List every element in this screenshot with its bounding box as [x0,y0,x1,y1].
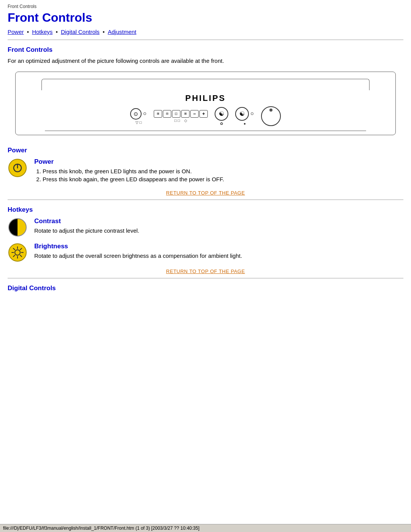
btn-2-icon: ⊟ [166,112,169,115]
brightness-knob-diagram: ☯ [235,107,249,121]
monitor-top-bezel [41,79,370,90]
power-step-2: Press this knob again, the green LED dis… [43,176,403,182]
power-return-link[interactable]: RETURN TO TOP OF THE PAGE [166,190,245,196]
nav-sep-1: • [27,29,30,35]
power-knob-diagram [261,106,281,126]
nav-sep-3: • [103,29,106,35]
monitor-controls-row: ⊙ ▽ □ ⊞ ⊟ ◫ ⊞ − + □ □ [130,106,281,126]
ctrl-group-brightness: ☯ ● [235,107,254,126]
power-icon-wrap [8,158,27,178]
monitor-diagram: PHILIPS ⊙ ▽ □ ⊞ ⊟ [15,72,396,135]
front-controls-intro: For an optimized adjustment of the pictu… [8,58,403,64]
brightness-svg [11,246,24,259]
brightness-item-title: Brightness [34,243,403,250]
monitor-diagram-wrap: PHILIPS ⊙ ▽ □ ⊞ ⊟ [15,72,396,135]
power-divider [8,200,403,200]
power-svg [12,163,23,173]
power-button-icon [8,159,27,177]
brightness-description: Rotate to adjust the overall screen brig… [34,252,403,259]
nav-hotkeys-link[interactable]: Hotkeys [32,29,53,35]
power-item-row: Power Press this knob, the green LED lig… [8,158,403,184]
nav-digital-link[interactable]: Digital Controls [61,29,100,35]
ctrl-dial-1-symbol: ⊙ [134,111,138,117]
btn-4: ⊞ [181,110,190,118]
top-divider [8,40,403,40]
ctrl-label-1: ▽ □ [135,120,142,125]
hotkeys-return-link[interactable]: RETURN TO TOP OF THE PAGE [166,268,245,274]
nav-adjustment-link[interactable]: Adjustment [108,29,136,35]
front-controls-title: Front Controls [8,46,403,54]
contrast-icon-wrap [8,217,27,237]
btn-1-icon: ⊞ [157,112,159,115]
power-item-content: Power Press this knob, the green LED lig… [34,158,403,184]
brightness-item-row: Brightness Rotate to adjust the overall … [8,243,403,262]
brightness-knob-symbol: ☯ [239,110,245,117]
contrast-item-title: Contrast [34,217,403,225]
nav-sep-2: • [56,29,59,35]
ctrl-group-1: ⊙ ▽ □ [130,108,147,125]
monitor-base-line [45,131,366,131]
btn-3-icon: ◫ [175,112,178,115]
svg-line-9 [20,248,22,250]
svg-line-8 [20,255,22,257]
brightness-icon-wrap [8,243,27,262]
contrast-button-icon [8,218,27,236]
brightness-item-content: Brightness Rotate to adjust the overall … [34,243,403,259]
svg-line-10 [13,255,15,257]
power-return-link-wrap: RETURN TO TOP OF THE PAGE [8,189,403,196]
svg-point-2 [15,250,20,255]
power-steps-list: Press this knob, the green LED lights an… [34,168,403,182]
contrast-item-row: Contrast Rotate to adjust the picture co… [8,217,403,237]
hotkeys-divider [8,278,403,278]
monitor-brand: PHILIPS [185,93,226,103]
btn-6: + [199,110,208,118]
btn-5: − [190,110,199,118]
small-dot-1 [143,112,146,115]
brightness-button-icon [8,243,27,262]
btn-1: ⊞ [154,110,162,118]
power-step-1: Press this knob, the green LED lights an… [43,168,403,174]
monitor-bottom [23,128,388,131]
ctrl-group-buttons: ⊞ ⊟ ◫ ⊞ − + □ □ ◇ [154,110,208,123]
browser-tab: Front Controls [8,4,403,9]
btn-group: ⊞ ⊟ ◫ ⊞ − + [154,110,208,118]
front-controls-section: Front Controls For an optimized adjustme… [8,46,403,135]
btn-4-icon: ⊞ [184,112,187,115]
power-section-title: Power [8,147,403,154]
ctrl-group-contrast: ☯ ✿ [215,107,228,126]
ctrl-label-contrast: ✿ [220,121,223,126]
hotkeys-section-title: Hotkeys [8,206,403,214]
power-item-title: Power [34,158,403,166]
ctrl-label-brightness: ● [244,121,246,126]
contrast-description: Rotate to adjust the picture contrast le… [34,227,403,234]
ctrl-group-power-knob [261,106,281,126]
contrast-knob-symbol: ☯ [219,110,224,117]
btn-3: ◫ [172,110,180,118]
small-dot-2 [251,112,253,115]
hotkeys-section: Hotkeys Contrast Rotate to adjust the pi… [8,206,403,274]
page-title: Front Controls [8,11,403,25]
power-section: Power Power Press this knob, the green L… [8,147,403,196]
nav-links: Power • Hotkeys • Digital Controls • Adj… [8,29,403,35]
svg-line-7 [13,248,15,250]
hotkeys-return-link-wrap: RETURN TO TOP OF THE PAGE [8,268,403,274]
contrast-item-content: Contrast Rotate to adjust the picture co… [34,217,403,234]
digital-controls-title: Digital Controls [8,284,403,292]
ctrl-label-btn: □ □ ◇ [174,118,187,123]
nav-power-link[interactable]: Power [8,29,24,35]
ctrl-dial-1: ⊙ [130,108,142,120]
btn-2: ⊟ [163,110,171,118]
contrast-knob-diagram: ☯ [215,107,228,121]
digital-controls-section: Digital Controls [8,284,403,292]
